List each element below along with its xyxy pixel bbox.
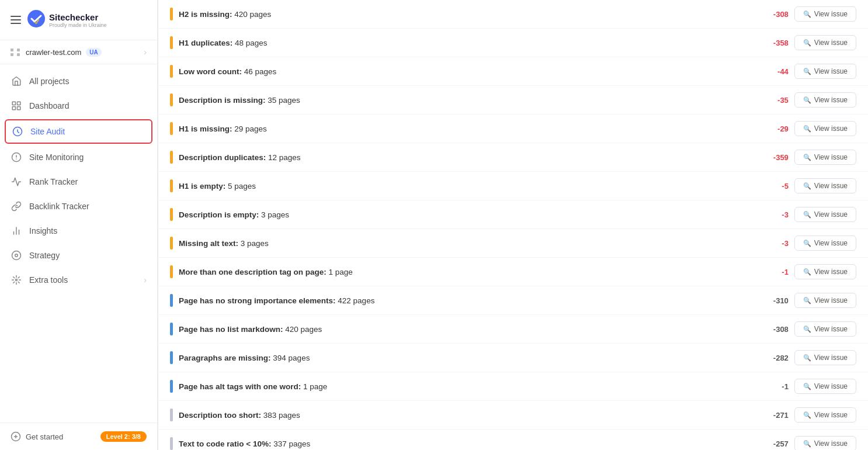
issue-row: More than one description tag on page: 1… — [158, 258, 868, 286]
sidebar-item-site-audit[interactable]: Site Audit — [5, 119, 152, 144]
issue-indicator — [170, 237, 173, 250]
view-issue-button[interactable]: 🔍 View issue — [794, 178, 856, 193]
project-name: crawler-test.com — [26, 48, 81, 57]
sidebar-item-label: Backlink Tracker — [29, 202, 89, 211]
issue-row: Missing alt text: 3 pages -3 🔍 View issu… — [158, 229, 868, 258]
issue-indicator — [170, 437, 173, 450]
search-mini-icon: 🔍 — [803, 326, 811, 333]
search-mini-icon: 🔍 — [803, 297, 811, 304]
search-mini-icon: 🔍 — [803, 154, 811, 161]
view-issue-button[interactable]: 🔍 View issue — [794, 121, 856, 136]
sidebar-item-strategy[interactable]: Strategy — [0, 243, 157, 268]
issue-indicator — [170, 351, 173, 364]
issue-score: -44 — [756, 67, 789, 76]
svg-rect-4 — [18, 107, 20, 110]
view-issue-button[interactable]: 🔍 View issue — [794, 150, 856, 165]
view-issue-button[interactable]: 🔍 View issue — [794, 293, 856, 308]
search-mini-icon: 🔍 — [803, 68, 811, 75]
issue-text: Description too short: 383 pages — [179, 411, 751, 420]
svg-point-12 — [12, 251, 21, 260]
issue-indicator — [170, 208, 173, 221]
sidebar-item-label: Rank Tracker — [29, 177, 78, 186]
view-issue-button[interactable]: 🔍 View issue — [794, 350, 856, 365]
issue-score: -3 — [756, 239, 789, 248]
view-issue-button[interactable]: 🔍 View issue — [794, 92, 856, 108]
sidebar-item-dashboard[interactable]: Dashboard — [0, 94, 157, 118]
view-issue-button[interactable]: 🔍 View issue — [794, 264, 856, 279]
issue-row: H1 duplicates: 48 pages -358 🔍 View issu… — [158, 29, 868, 57]
view-issue-button[interactable]: 🔍 View issue — [794, 236, 856, 251]
project-left: crawler-test.com UA — [11, 48, 102, 57]
monitor-icon — [11, 151, 22, 163]
issue-row: H1 is empty: 5 pages -5 🔍 View issue — [158, 172, 868, 200]
sidebar-item-all-projects[interactable]: All projects — [0, 69, 157, 94]
sidebar-item-label: Site Monitoring — [29, 153, 84, 162]
view-issue-button[interactable]: 🔍 View issue — [794, 321, 856, 337]
issue-score: -358 — [756, 39, 789, 47]
search-mini-icon: 🔍 — [803, 240, 811, 247]
view-issue-button[interactable]: 🔍 View issue — [794, 35, 856, 50]
sidebar-item-rank-tracker[interactable]: Rank Tracker — [0, 169, 157, 194]
audit-icon — [12, 126, 23, 137]
view-issue-button[interactable]: 🔍 View issue — [794, 6, 856, 22]
view-issue-button[interactable]: 🔍 View issue — [794, 407, 856, 423]
project-badge: UA — [86, 48, 101, 57]
sidebar-item-site-monitoring[interactable]: Site Monitoring — [0, 145, 157, 169]
issue-text: Page has no list markdown: 420 pages — [179, 325, 751, 334]
issue-row: Page has no strong importance elements: … — [158, 286, 868, 315]
issue-text: Description is empty: 3 pages — [179, 210, 751, 219]
app-tagline: Proudly made in Ukraine — [49, 22, 107, 28]
search-mini-icon: 🔍 — [803, 354, 811, 362]
view-issue-button[interactable]: 🔍 View issue — [794, 379, 856, 394]
search-mini-icon: 🔍 — [803, 211, 811, 219]
hamburger-icon[interactable] — [11, 16, 21, 24]
issue-indicator — [170, 8, 173, 20]
search-mini-icon: 🔍 — [803, 182, 811, 190]
search-mini-icon: 🔍 — [803, 440, 811, 448]
logo-text: Sitechecker Proudly made in Ukraine — [49, 12, 107, 28]
issue-text: Page has no strong importance elements: … — [179, 296, 751, 305]
issue-text: Description is missing: 35 pages — [179, 96, 751, 105]
view-issue-button[interactable]: 🔍 View issue — [794, 207, 856, 222]
issue-score: -5 — [756, 182, 789, 191]
svg-rect-2 — [18, 102, 20, 105]
issue-score: -1 — [756, 268, 789, 276]
svg-rect-3 — [12, 107, 15, 110]
issue-text: H1 duplicates: 48 pages — [179, 39, 751, 47]
get-started-button[interactable]: Get started — [11, 431, 63, 442]
backlink-icon — [11, 200, 22, 212]
issue-score: -29 — [756, 124, 789, 133]
issue-score: -308 — [756, 325, 789, 334]
issue-indicator — [170, 380, 173, 393]
sidebar-item-label: Extra tools — [29, 275, 68, 285]
issue-text: More than one description tag on page: 1… — [179, 268, 751, 276]
issue-row: H1 is missing: 29 pages -29 🔍 View issue — [158, 115, 868, 143]
sidebar-item-label: All projects — [29, 77, 69, 86]
search-mini-icon: 🔍 — [803, 383, 811, 390]
sidebar-item-label: Dashboard — [29, 101, 70, 110]
sidebar-item-insights[interactable]: Insights — [0, 219, 157, 243]
insights-icon — [11, 225, 22, 237]
svg-point-13 — [15, 254, 18, 257]
issue-score: -1 — [756, 382, 789, 391]
issue-row: Low word count: 46 pages -44 🔍 View issu… — [158, 57, 868, 86]
svg-point-0 — [27, 10, 45, 27]
issue-row: Page has alt tags with one word: 1 page … — [158, 372, 868, 401]
issue-indicator — [170, 323, 173, 335]
issue-score: -271 — [756, 411, 789, 420]
issue-score: -310 — [756, 296, 789, 305]
issue-indicator — [170, 122, 173, 135]
view-issue-button[interactable]: 🔍 View issue — [794, 436, 856, 450]
view-issue-button[interactable]: 🔍 View issue — [794, 64, 856, 79]
get-started-icon — [11, 431, 21, 442]
strategy-icon — [11, 250, 22, 261]
sidebar-item-extra-tools[interactable]: Extra tools › — [0, 268, 157, 292]
app-name: Sitechecker — [49, 12, 107, 22]
issue-score: -3 — [756, 210, 789, 219]
svg-rect-1 — [12, 102, 15, 105]
issue-text: Description duplicates: 12 pages — [179, 153, 751, 162]
sidebar-item-backlink-tracker[interactable]: Backlink Tracker — [0, 194, 157, 219]
level-badge: Level 2: 3/8 — [100, 431, 147, 442]
project-selector[interactable]: crawler-test.com UA › — [0, 40, 157, 64]
issue-text: H1 is missing: 29 pages — [179, 124, 751, 133]
